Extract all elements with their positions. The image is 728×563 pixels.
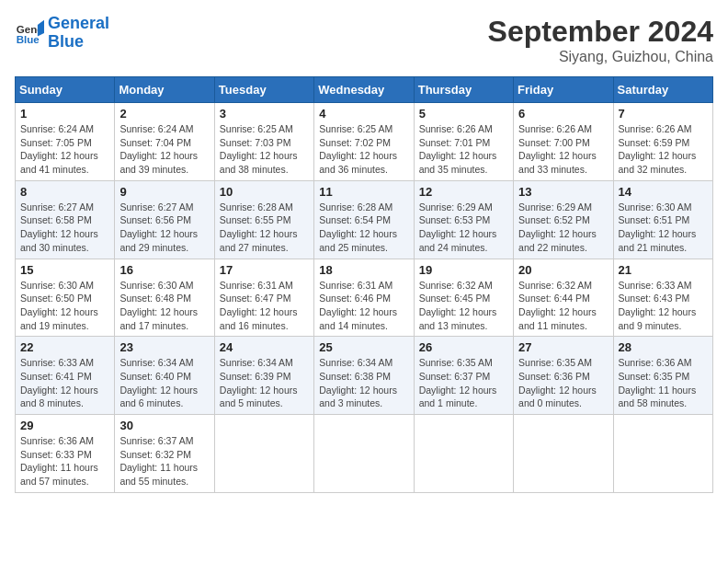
calendar-week-row: 22Sunrise: 6:33 AM Sunset: 6:41 PM Dayli… — [16, 337, 713, 415]
calendar-day-cell: 27Sunrise: 6:35 AM Sunset: 6:36 PM Dayli… — [514, 337, 613, 415]
svg-text:Blue: Blue — [17, 33, 40, 44]
calendar-day-cell: 10Sunrise: 6:28 AM Sunset: 6:55 PM Dayli… — [214, 180, 313, 259]
day-info: Sunrise: 6:24 AM Sunset: 7:04 PM Dayligh… — [119, 122, 209, 177]
day-info: Sunrise: 6:30 AM Sunset: 6:50 PM Dayligh… — [20, 279, 109, 333]
calendar-day-cell: 19Sunrise: 6:32 AM Sunset: 6:45 PM Dayli… — [414, 259, 513, 337]
day-info: Sunrise: 6:35 AM Sunset: 6:37 PM Dayligh… — [419, 356, 508, 410]
day-info: Sunrise: 6:27 AM Sunset: 6:56 PM Dayligh… — [119, 201, 209, 255]
day-info: Sunrise: 6:34 AM Sunset: 6:39 PM Dayligh… — [220, 356, 309, 410]
day-number: 29 — [20, 419, 109, 432]
calendar-day-cell: 12Sunrise: 6:29 AM Sunset: 6:53 PM Dayli… — [414, 180, 513, 259]
calendar-day-cell: 2Sunrise: 6:24 AM Sunset: 7:04 PM Daylig… — [115, 103, 214, 181]
calendar-day-cell: 28Sunrise: 6:36 AM Sunset: 6:35 PM Dayli… — [613, 337, 712, 415]
calendar-day-cell: 30Sunrise: 6:37 AM Sunset: 6:32 PM Dayli… — [115, 415, 214, 493]
calendar-day-cell: 24Sunrise: 6:34 AM Sunset: 6:39 PM Dayli… — [214, 337, 313, 415]
day-number: 24 — [220, 340, 309, 354]
calendar-week-row: 8Sunrise: 6:27 AM Sunset: 6:58 PM Daylig… — [16, 180, 713, 259]
calendar-day-cell: 29Sunrise: 6:36 AM Sunset: 6:33 PM Dayli… — [16, 415, 115, 493]
day-number: 17 — [220, 263, 309, 277]
day-number: 21 — [619, 263, 708, 277]
day-info: Sunrise: 6:31 AM Sunset: 6:47 PM Dayligh… — [220, 279, 309, 333]
day-info: Sunrise: 6:36 AM Sunset: 6:35 PM Dayligh… — [619, 356, 708, 410]
day-number: 20 — [518, 263, 608, 277]
day-info: Sunrise: 6:29 AM Sunset: 6:52 PM Dayligh… — [518, 201, 608, 255]
calendar-table: SundayMondayTuesdayWednesdayThursdayFrid… — [15, 76, 713, 493]
calendar-day-cell — [613, 415, 712, 493]
calendar-day-cell: 5Sunrise: 6:26 AM Sunset: 7:01 PM Daylig… — [414, 103, 513, 181]
day-info: Sunrise: 6:28 AM Sunset: 6:55 PM Dayligh… — [220, 201, 309, 255]
day-info: Sunrise: 6:36 AM Sunset: 6:33 PM Dayligh… — [20, 434, 109, 488]
weekday-header-cell: Saturday — [613, 77, 712, 103]
logo-text: GeneralBlue — [48, 15, 109, 52]
day-info: Sunrise: 6:30 AM Sunset: 6:48 PM Dayligh… — [119, 279, 209, 333]
day-info: Sunrise: 6:29 AM Sunset: 6:53 PM Dayligh… — [419, 201, 508, 255]
day-info: Sunrise: 6:37 AM Sunset: 6:32 PM Dayligh… — [119, 434, 209, 488]
calendar-day-cell: 11Sunrise: 6:28 AM Sunset: 6:54 PM Dayli… — [314, 180, 414, 259]
day-number: 27 — [518, 340, 608, 354]
title-block: September 2024 Siyang, Guizhou, China — [488, 15, 713, 65]
day-number: 6 — [518, 107, 608, 121]
calendar-day-cell: 9Sunrise: 6:27 AM Sunset: 6:56 PM Daylig… — [115, 180, 214, 259]
day-info: Sunrise: 6:26 AM Sunset: 7:00 PM Dayligh… — [518, 122, 608, 177]
day-number: 30 — [119, 419, 209, 432]
weekday-header-cell: Sunday — [16, 77, 115, 103]
day-info: Sunrise: 6:28 AM Sunset: 6:54 PM Dayligh… — [319, 201, 408, 255]
day-number: 7 — [619, 107, 708, 121]
calendar-day-cell: 25Sunrise: 6:34 AM Sunset: 6:38 PM Dayli… — [314, 337, 414, 415]
day-number: 10 — [220, 185, 309, 199]
calendar-day-cell — [214, 415, 313, 493]
calendar-day-cell: 21Sunrise: 6:33 AM Sunset: 6:43 PM Dayli… — [613, 259, 712, 337]
day-info: Sunrise: 6:25 AM Sunset: 7:03 PM Dayligh… — [220, 122, 309, 177]
weekday-header-cell: Wednesday — [314, 77, 414, 103]
day-info: Sunrise: 6:25 AM Sunset: 7:02 PM Dayligh… — [319, 122, 408, 177]
day-number: 3 — [220, 107, 309, 121]
day-number: 11 — [319, 185, 408, 199]
calendar-day-cell: 15Sunrise: 6:30 AM Sunset: 6:50 PM Dayli… — [16, 259, 115, 337]
calendar-day-cell: 8Sunrise: 6:27 AM Sunset: 6:58 PM Daylig… — [16, 180, 115, 259]
day-number: 28 — [619, 340, 708, 354]
day-info: Sunrise: 6:30 AM Sunset: 6:51 PM Dayligh… — [619, 201, 708, 255]
day-info: Sunrise: 6:34 AM Sunset: 6:38 PM Dayligh… — [319, 356, 408, 410]
day-number: 5 — [419, 107, 508, 121]
calendar-day-cell: 7Sunrise: 6:26 AM Sunset: 6:59 PM Daylig… — [613, 103, 712, 181]
month-title: September 2024 — [488, 15, 713, 49]
day-number: 4 — [319, 107, 408, 121]
day-number: 1 — [20, 107, 109, 121]
day-number: 12 — [419, 185, 508, 199]
calendar-day-cell: 14Sunrise: 6:30 AM Sunset: 6:51 PM Dayli… — [613, 180, 712, 259]
location-subtitle: Siyang, Guizhou, China — [488, 49, 713, 65]
calendar-day-cell: 26Sunrise: 6:35 AM Sunset: 6:37 PM Dayli… — [414, 337, 513, 415]
weekday-header-cell: Friday — [514, 77, 613, 103]
day-number: 25 — [319, 340, 408, 354]
day-number: 23 — [119, 340, 209, 354]
logo: General Blue GeneralBlue — [15, 15, 109, 52]
day-info: Sunrise: 6:33 AM Sunset: 6:43 PM Dayligh… — [619, 279, 708, 333]
calendar-day-cell: 13Sunrise: 6:29 AM Sunset: 6:52 PM Dayli… — [514, 180, 613, 259]
calendar-day-cell: 1Sunrise: 6:24 AM Sunset: 7:05 PM Daylig… — [16, 103, 115, 181]
weekday-header-cell: Tuesday — [214, 77, 313, 103]
day-number: 19 — [419, 263, 508, 277]
day-info: Sunrise: 6:24 AM Sunset: 7:05 PM Dayligh… — [20, 122, 109, 177]
day-number: 8 — [20, 185, 109, 199]
calendar-day-cell — [414, 415, 513, 493]
calendar-week-row: 15Sunrise: 6:30 AM Sunset: 6:50 PM Dayli… — [16, 259, 713, 337]
day-number: 16 — [119, 263, 209, 277]
day-number: 15 — [20, 263, 109, 277]
calendar-day-cell — [314, 415, 414, 493]
logo-icon: General Blue — [15, 18, 44, 48]
day-number: 22 — [20, 340, 109, 354]
day-number: 9 — [119, 185, 209, 199]
weekday-header-cell: Monday — [115, 77, 214, 103]
day-info: Sunrise: 6:32 AM Sunset: 6:45 PM Dayligh… — [419, 279, 508, 333]
day-number: 13 — [518, 185, 608, 199]
calendar-day-cell: 22Sunrise: 6:33 AM Sunset: 6:41 PM Dayli… — [16, 337, 115, 415]
day-info: Sunrise: 6:33 AM Sunset: 6:41 PM Dayligh… — [20, 356, 109, 410]
day-number: 2 — [119, 107, 209, 121]
weekday-header-cell: Thursday — [414, 77, 513, 103]
calendar-day-cell: 4Sunrise: 6:25 AM Sunset: 7:02 PM Daylig… — [314, 103, 414, 181]
day-number: 18 — [319, 263, 408, 277]
calendar-day-cell: 17Sunrise: 6:31 AM Sunset: 6:47 PM Dayli… — [214, 259, 313, 337]
day-info: Sunrise: 6:26 AM Sunset: 6:59 PM Dayligh… — [619, 122, 708, 177]
calendar-week-row: 1Sunrise: 6:24 AM Sunset: 7:05 PM Daylig… — [16, 103, 713, 181]
day-info: Sunrise: 6:27 AM Sunset: 6:58 PM Dayligh… — [20, 201, 109, 255]
